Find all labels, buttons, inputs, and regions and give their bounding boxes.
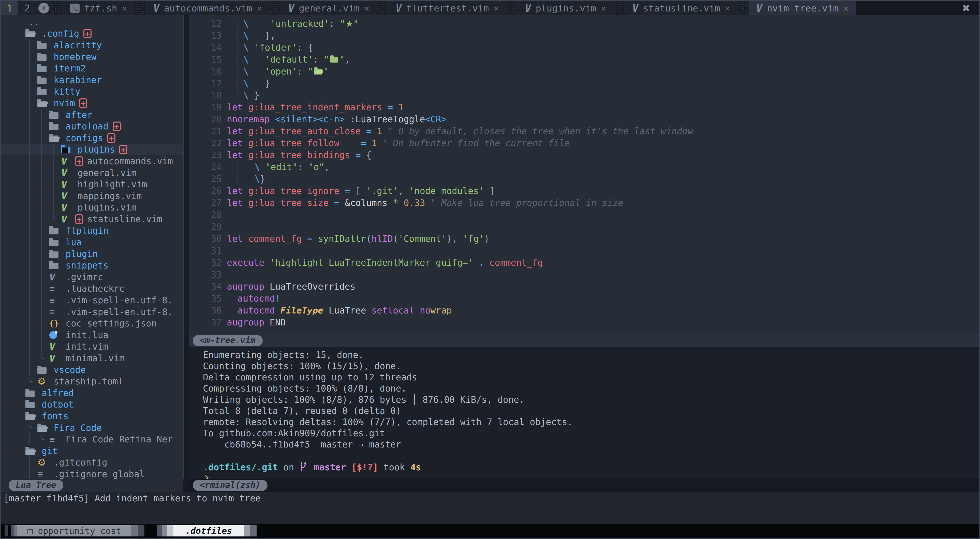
tree-item-alfred[interactable]: alfred	[1, 387, 183, 399]
back-circle-icon: ‹	[38, 3, 49, 13]
code-line[interactable]: 23let g:lua_tree_bindings = {	[189, 149, 979, 161]
code-line[interactable]: 26let g:lua_tree_ignore = [ '.git', 'nod…	[189, 185, 979, 197]
tree-item-label: .gitignore_global	[54, 469, 145, 479]
tab-close-icon[interactable]: ×	[843, 3, 849, 13]
tree-item-git[interactable]: git	[1, 445, 183, 457]
code-line[interactable]: 29	[189, 221, 979, 233]
tab-plugins.vim[interactable]: Vplugins.vim×	[517, 1, 614, 15]
tab-fluttertest.vim[interactable]: Vfluttertest.vim×	[388, 1, 507, 15]
tab-close-icon[interactable]: ×	[725, 3, 730, 13]
tree-item-general.vim[interactable]: Vgeneral.vim	[1, 167, 183, 179]
code-line[interactable]: 34augroup LuaTreeOverrides	[189, 281, 979, 293]
tree-item-autocommands.vim[interactable]: V+autocommands.vim	[1, 155, 183, 167]
tree-item-highlight.vim[interactable]: Vhighlight.vim	[1, 178, 183, 190]
line-number: 33	[189, 269, 227, 281]
tree-item-label: .gvimrc	[65, 272, 103, 282]
tab-label: general.vim	[299, 3, 359, 13]
tree-item-dotbot[interactable]: dotbot	[1, 399, 183, 410]
code-line[interactable]: 36 autocmd FileType LuaTree setlocal now…	[189, 305, 979, 316]
tab-general.vim[interactable]: Vgeneral.vim×	[280, 1, 377, 15]
tree-item-init.vim[interactable]: Vinit.vim	[1, 341, 183, 353]
code-line[interactable]: 35 autocmd!	[189, 293, 979, 305]
tree-item-karabiner[interactable]: karabiner	[1, 74, 183, 86]
code-line[interactable]: 31	[189, 245, 979, 257]
code-line[interactable]: 30let comment_fg = synIDattr(hlID('Comme…	[189, 233, 979, 245]
tmux-session-left[interactable]: □ opportunity_cost	[5, 525, 145, 536]
tmux-window-1[interactable]: 1	[1, 1, 18, 15]
tab-close-icon[interactable]: ×	[493, 3, 499, 13]
tree-item-minimal.vim[interactable]: └Vminimal.vim	[1, 352, 183, 364]
tab-close-icon[interactable]: ×	[122, 3, 127, 13]
tree-item-coc-settings.json[interactable]: {}coc-settings.json	[1, 318, 183, 329]
code-line[interactable]: 17 \ }	[189, 78, 979, 89]
code-line[interactable]: 27let g:lua_tree_size = &columns * 0.33 …	[189, 197, 979, 209]
tab-close-icon[interactable]: ×	[601, 3, 606, 13]
tree-item-homebrew[interactable]: homebrew	[1, 51, 183, 63]
tmux-session-active[interactable]: .dotfiles	[157, 525, 256, 536]
line-number: 19	[189, 102, 227, 113]
tree-item-Fira-Code-Retina-Ner[interactable]: └≡Fira Code Retina Ner	[1, 434, 183, 445]
code-line[interactable]: 33	[189, 269, 979, 281]
tree-item-plugins.vim[interactable]: Vplugins.vim	[1, 202, 183, 213]
terminal-pane[interactable]: Enumerating objects: 15, done.Counting o…	[189, 347, 979, 479]
tree-item-autoload[interactable]: autoload+	[1, 121, 183, 132]
tree-item-configs[interactable]: configs+	[1, 132, 183, 144]
code-line[interactable]: 37augroup END	[189, 316, 979, 329]
code-line[interactable]: 22let g:lua_tree_follow = 1 " On bufEnte…	[189, 137, 979, 149]
code-line[interactable]: 18 \ }	[189, 89, 979, 102]
tree-item-statusline.vim[interactable]: └V+statusline.vim	[1, 213, 183, 225]
tab-statusline.vim[interactable]: Vstatusline.vim×	[625, 1, 738, 15]
tree-item-starship.toml[interactable]: └⚙starship.toml	[1, 375, 183, 387]
tree-item-..[interactable]: ..	[1, 16, 183, 28]
tree-item-ftplugin[interactable]: ftplugin	[1, 225, 183, 237]
tree-item-lua[interactable]: lua	[1, 237, 183, 248]
code-editor[interactable]: 12 \ 'untracked': "★"13 \ },14 \ 'folder…	[189, 15, 979, 334]
tmux-window-2[interactable]: 2	[18, 1, 36, 15]
tree-item-iterm2[interactable]: iterm2	[1, 62, 183, 74]
tab-fzf.sh[interactable]: >_fzf.sh×	[62, 1, 135, 15]
tree-item-Fira-Code[interactable]: └Fira Code	[1, 422, 183, 434]
code-line[interactable]: 15 \ 'default': "",	[189, 54, 979, 65]
code-line[interactable]: 21let g:lua_tree_auto_close = 1 " 0 by d…	[189, 126, 979, 137]
tree-item-label: ..	[29, 17, 39, 27]
tree-item-.vim-spell-en.utf-8.[interactable]: ≡.vim-spell-en.utf-8.	[1, 306, 183, 318]
tab-nvim-tree.vim[interactable]: Vnvim-tree.vim×	[749, 1, 856, 15]
tree-item-vscode[interactable]: vscode	[1, 364, 183, 376]
tree-item-after[interactable]: after	[1, 109, 183, 121]
tree-item-plugin[interactable]: plugin	[1, 248, 183, 260]
tab-close-icon[interactable]: ×	[364, 3, 370, 13]
code-line[interactable]: 32execute 'highlight LuaTreeIndentMarker…	[189, 257, 979, 269]
tab-autocommands.vim[interactable]: Vautocommands.vim×	[146, 1, 270, 15]
close-icon[interactable]: ✖	[962, 2, 970, 14]
tree-item-.config[interactable]: .config+	[1, 28, 183, 40]
tree-item-alacritty[interactable]: alacritty	[1, 40, 183, 51]
tree-item-.gvimrc[interactable]: V.gvimrc	[1, 271, 183, 283]
code-line[interactable]: 14 \ 'folder': {	[189, 42, 979, 54]
tree-item-kitty[interactable]: kitty	[1, 86, 183, 98]
code-line[interactable]: 24 \ "edit": "o",	[189, 161, 979, 173]
tree-item-.luacheckrc[interactable]: ≡.luacheckrc	[1, 283, 183, 295]
status-separator	[183, 479, 189, 492]
tree-item-snippets[interactable]: snippets	[1, 259, 183, 271]
tree-item-mappings.vim[interactable]: Vmappings.vim	[1, 190, 183, 202]
code-line[interactable]: 20nnoremap <silent><c-n> :LuaTreeToggle<…	[189, 113, 979, 126]
window-separator[interactable]	[183, 15, 189, 479]
tab-close-icon[interactable]: ×	[257, 3, 262, 13]
code-line[interactable]: 19let g:lua_tree_indent_markers = 1	[189, 102, 979, 113]
tree-item-.gitignore-global[interactable]: ≡.gitignore_global	[1, 468, 183, 479]
vim-icon: V	[61, 156, 67, 167]
tree-item-nvim[interactable]: nvim+	[1, 97, 183, 109]
code-line[interactable]: 12 \ 'untracked': "★"	[189, 18, 979, 30]
tree-item-.gitconfig[interactable]: ⚙.gitconfig	[1, 457, 183, 469]
code-line[interactable]: 28	[189, 209, 979, 221]
code-line[interactable]: 13 \ },	[189, 30, 979, 42]
history-icon[interactable]: ‹	[36, 1, 52, 15]
code-line[interactable]: 16 \ 'open': ""	[189, 65, 979, 78]
tree-item-.vim-spell-en.utf-8.[interactable]: ≡.vim-spell-en.utf-8.	[1, 294, 183, 306]
tree-item-fonts[interactable]: fonts	[1, 410, 183, 422]
tree-item-init.lua[interactable]: init.lua	[1, 329, 183, 341]
code-line[interactable]: 25 \}	[189, 173, 979, 185]
tree-item-plugins[interactable]: plugins+	[1, 144, 183, 156]
folder-open-icon	[37, 425, 46, 432]
prompt-caret[interactable]: ›	[189, 472, 979, 479]
